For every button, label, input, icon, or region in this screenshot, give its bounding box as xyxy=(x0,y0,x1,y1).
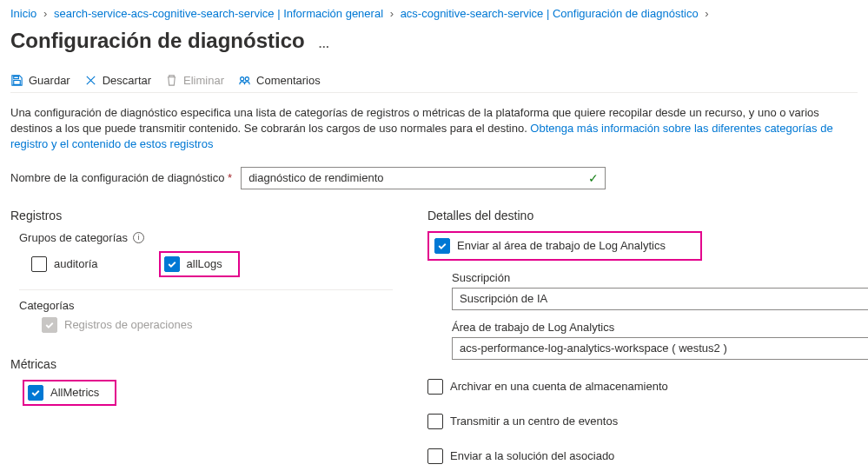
metrics-heading: Métricas xyxy=(10,357,393,371)
more-icon[interactable]: … xyxy=(318,37,329,50)
highlight-allmetrics: AllMetrics xyxy=(23,380,116,406)
workspace-dropdown[interactable]: acs-performance-log-analytics-workspace … xyxy=(452,337,868,360)
diag-name-input[interactable] xyxy=(241,167,606,189)
log-analytics-checkbox[interactable] xyxy=(434,238,450,254)
page-title: Configuración de diagnóstico xyxy=(10,29,305,53)
breadcrumb-item-2[interactable]: acs-cognitive-search-service | Configura… xyxy=(401,7,699,20)
feedback-icon xyxy=(238,74,251,87)
breadcrumb-home[interactable]: Inicio xyxy=(10,7,36,20)
destination-heading: Detalles del destino xyxy=(427,209,868,222)
breadcrumb-item-1[interactable]: search-service-acs-cognitive-search-serv… xyxy=(54,7,383,20)
svg-point-1 xyxy=(245,77,248,81)
info-icon[interactable]: i xyxy=(133,232,144,243)
alllogs-label: allLogs xyxy=(187,257,222,270)
save-button[interactable]: Guardar xyxy=(10,74,70,87)
subscription-dropdown[interactable]: Suscripción de IA xyxy=(452,288,868,310)
categories-heading: Categorías xyxy=(19,289,393,312)
highlight-alllogs: allLogs xyxy=(159,251,240,277)
description-text: Una configuración de diagnóstico especif… xyxy=(10,105,845,153)
subscription-label: Suscripción xyxy=(452,271,868,284)
allmetrics-label: AllMetrics xyxy=(50,386,99,399)
category-groups-heading: Grupos de categorías i xyxy=(19,231,393,244)
audit-checkbox[interactable] xyxy=(31,256,47,272)
breadcrumb: Inicio › search-service-acs-cognitive-se… xyxy=(10,7,858,20)
diag-name-label: Nombre de la configuración de diagnóstic… xyxy=(10,171,232,184)
partner-label: Enviar a la solución del asociado xyxy=(450,449,614,462)
log-analytics-label: Enviar al área de trabajo de Log Analyti… xyxy=(457,239,666,252)
highlight-log-analytics: Enviar al área de trabajo de Log Analyti… xyxy=(427,231,702,261)
chevron-right-icon: › xyxy=(705,7,708,20)
allmetrics-checkbox[interactable] xyxy=(28,385,43,401)
alllogs-checkbox[interactable] xyxy=(164,256,180,272)
operations-checkbox xyxy=(42,317,57,333)
logs-heading: Registros xyxy=(10,209,393,222)
eventhub-label: Transmitir a un centro de eventos xyxy=(450,415,618,428)
workspace-label: Área de trabajo de Log Analytics xyxy=(452,321,868,334)
discard-button[interactable]: Descartar xyxy=(84,74,151,87)
delete-button: Eliminar xyxy=(165,74,224,87)
command-bar: Guardar Descartar Eliminar Comentarios xyxy=(10,69,858,93)
chevron-right-icon: › xyxy=(390,7,394,20)
checkmark-icon: ✓ xyxy=(588,171,599,185)
trash-icon xyxy=(165,74,178,87)
storage-label: Archivar en una cuenta de almacenamiento xyxy=(450,380,668,393)
chevron-right-icon: › xyxy=(43,7,47,20)
svg-point-0 xyxy=(241,77,244,81)
partner-checkbox[interactable] xyxy=(427,448,443,464)
audit-label: auditoría xyxy=(54,257,98,270)
eventhub-checkbox[interactable] xyxy=(427,414,443,429)
save-icon xyxy=(10,74,23,87)
feedback-button[interactable]: Comentarios xyxy=(238,74,321,87)
storage-checkbox[interactable] xyxy=(427,379,443,395)
close-icon xyxy=(84,74,97,87)
operations-label: Registros de operaciones xyxy=(64,318,192,331)
